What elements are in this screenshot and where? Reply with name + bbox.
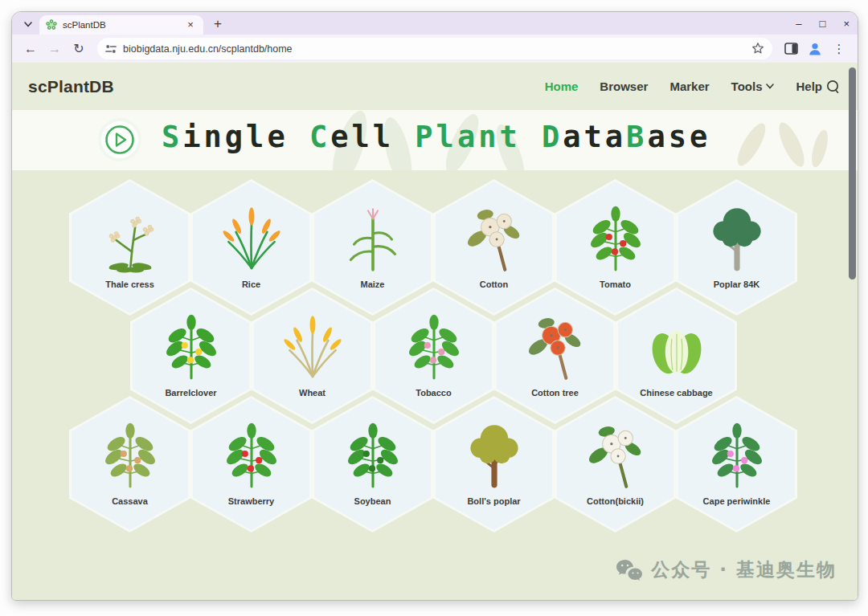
plant-hex-tomato[interactable]: Tomato <box>555 179 676 316</box>
forward-button[interactable]: → <box>44 39 65 59</box>
side-panel-icon[interactable] <box>780 39 801 59</box>
plant-illustration-boll <box>579 418 653 492</box>
address-bar[interactable]: biobigdata.nju.edu.cn/scplantdb/home <box>97 38 772 59</box>
chevron-down-icon <box>766 84 774 89</box>
back-button[interactable]: ← <box>20 39 41 59</box>
plant-hex-tobacco[interactable]: Tobacco <box>373 288 494 424</box>
species-hex-grid: 公众号 · 基迪奥生物 Thale cress Rice Maize <box>12 170 858 600</box>
site-logo[interactable]: scPlantDB <box>28 77 114 96</box>
hero-title-segment: D <box>542 120 563 154</box>
plant-hex-barrelclover[interactable]: Barrelclover <box>130 288 252 424</box>
tab-search-button[interactable] <box>18 15 38 33</box>
tab-title: scPlantDB <box>63 20 178 30</box>
plant-hex-maize[interactable]: Maize <box>312 179 433 316</box>
plant-illustration-grass <box>215 201 289 275</box>
refresh-button[interactable]: ↻ <box>68 39 89 59</box>
minimize-button[interactable]: – <box>796 18 801 29</box>
tab-strip: scPlantDB × + – □ × <box>12 12 858 35</box>
profile-avatar[interactable] <box>805 39 825 59</box>
plant-hex-rice[interactable]: Rice <box>190 179 312 316</box>
hero-title-segment: ata <box>563 120 626 154</box>
plant-hex-inner: Barrelclover <box>133 290 249 422</box>
maximize-button[interactable]: □ <box>820 18 826 29</box>
watermark: 公众号 · 基迪奥生物 <box>616 557 837 582</box>
plant-illustration-bush <box>579 201 653 275</box>
hero-title-segment: C <box>309 120 330 154</box>
plant-hex-inner: Cape periwinkle <box>678 398 795 530</box>
plant-label: Chinese cabbage <box>640 388 712 398</box>
plant-hex-inner: Boll's poplar <box>436 398 552 530</box>
leaf-decoration-2 <box>719 116 840 170</box>
favicon-icon <box>46 19 57 31</box>
plant-illustration-boll <box>457 201 531 275</box>
browser-toolbar: ← → ↻ biobigdata.nju.edu.cn/scplantdb/ho… <box>12 35 858 63</box>
play-button[interactable] <box>101 121 138 158</box>
plant-hex-cape-periwinkle[interactable]: Cape periwinkle <box>676 396 797 532</box>
plant-hex-soybean[interactable]: Soybean <box>312 396 433 532</box>
search-icon[interactable] <box>825 79 841 95</box>
plant-illustration-rosette <box>93 201 167 275</box>
browser-menu-icon[interactable]: ⋮ <box>829 39 850 59</box>
plant-illustration-tree <box>700 201 774 275</box>
plant-hex-inner: Rice <box>193 182 309 313</box>
web-page: scPlantDB HomeBrowserMarkerToolsHelp <box>12 63 858 600</box>
new-tab-button[interactable]: + <box>208 14 227 34</box>
plant-illustration-tree <box>457 418 531 492</box>
nav-item-browser[interactable]: Browser <box>600 80 648 93</box>
plant-hex-wheat[interactable]: Wheat <box>252 288 373 424</box>
close-button[interactable]: × <box>843 18 850 29</box>
plant-label: Tomato <box>600 279 631 289</box>
browser-tab[interactable]: scPlantDB × <box>39 15 203 35</box>
plant-hex-inner: Thale cress <box>72 182 188 313</box>
scrollbar-thumb[interactable] <box>849 67 856 279</box>
plant-hex-inner: Chinese cabbage <box>618 290 735 422</box>
wechat-icon <box>616 559 643 581</box>
hero-title-segment: ase <box>647 120 710 154</box>
plant-hex-cotton[interactable]: Cotton <box>433 179 555 316</box>
nav-item-help[interactable]: Help <box>796 80 822 93</box>
plant-hex-poplar-84k[interactable]: Poplar 84K <box>676 179 797 316</box>
plant-illustration-cabbage <box>640 309 714 383</box>
nav-item-marker[interactable]: Marker <box>669 80 709 93</box>
plant-illustration-bush <box>154 309 228 383</box>
plant-hex-inner: Maize <box>314 182 431 313</box>
hero-title-segment: B <box>626 120 647 154</box>
play-icon <box>104 124 136 156</box>
page-title: Single Cell Plant DataBase <box>162 120 710 154</box>
plant-hex-inner: Cotton <box>436 182 552 313</box>
plant-hex-cassava[interactable]: Cassava <box>69 396 190 532</box>
nav-item-tools[interactable]: Tools <box>731 80 775 93</box>
plant-hex-cotton-tree[interactable]: Cotton tree <box>494 288 616 424</box>
plant-label: Barrelclover <box>165 388 216 398</box>
plant-hex-inner: Cotton(bickii) <box>557 398 674 530</box>
plant-hex-thale-cress[interactable]: Thale cress <box>69 179 190 316</box>
plant-illustration-bush <box>93 418 167 492</box>
plant-label: Strawberry <box>228 496 274 506</box>
plant-hex-strawberry[interactable]: Strawberry <box>190 396 312 532</box>
bookmark-star-icon[interactable] <box>751 42 764 58</box>
nav-item-home[interactable]: Home <box>545 80 579 93</box>
plant-hex-cotton-bickii[interactable]: Cotton(bickii) <box>555 396 676 532</box>
hero-title-segment: ingle <box>182 120 309 154</box>
plant-hex-chinese-cabbage[interactable]: Chinese cabbage <box>616 288 737 424</box>
plant-label: Wheat <box>299 388 326 398</box>
plant-hex-inner: Wheat <box>254 290 371 422</box>
plant-label: Cotton tree <box>531 388 579 398</box>
tab-close-icon[interactable]: × <box>184 18 197 31</box>
plant-illustration-bush <box>336 418 410 492</box>
plant-hex-boll-s-poplar[interactable]: Boll's poplar <box>433 396 555 532</box>
window-controls: – □ × <box>796 12 850 35</box>
plant-hex-inner: Poplar 84K <box>678 182 795 313</box>
plant-hex-inner: Cassava <box>72 398 188 530</box>
plant-illustration-bush <box>397 309 471 383</box>
plant-illustration-boll <box>518 309 592 383</box>
hero-title-segment: ell <box>330 120 415 154</box>
plant-hex-inner: Soybean <box>314 398 431 530</box>
site-settings-icon[interactable] <box>105 43 117 55</box>
plant-illustration-grass <box>276 309 350 383</box>
chevron-down-icon <box>24 22 32 27</box>
plant-label: Poplar 84K <box>714 279 760 289</box>
hero-banner: Single Cell Plant DataBase <box>12 110 858 170</box>
plant-label: Maize <box>361 279 385 289</box>
site-header: scPlantDB HomeBrowserMarkerToolsHelp <box>12 63 858 110</box>
